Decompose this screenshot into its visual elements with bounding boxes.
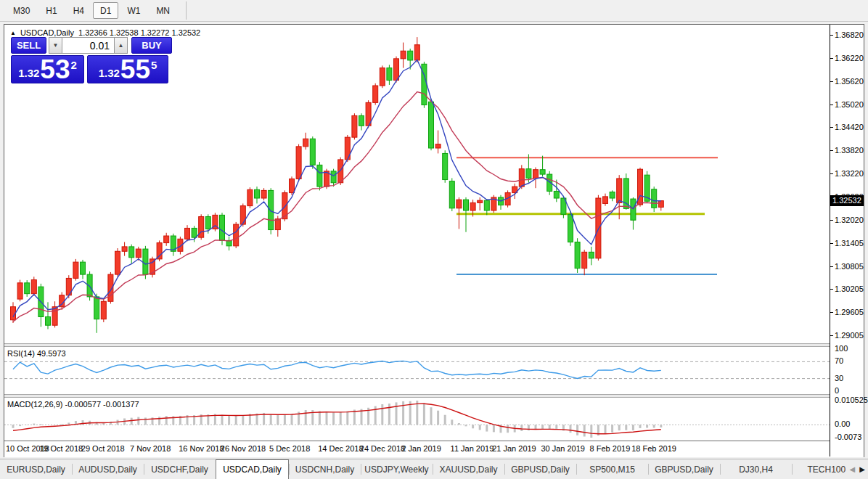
symbol-tab-xauusd-daily[interactable]: XAUUSD,Daily (433, 459, 504, 479)
volume-input[interactable]: 0.01 (62, 37, 114, 54)
date-label: 8 Feb 2019 (590, 444, 631, 453)
candle-body (122, 247, 127, 251)
candle-body (380, 68, 385, 86)
sell-price-small: 1.32 (18, 67, 39, 79)
date-label: 19 Oct 2018 (39, 444, 83, 453)
candle-body (290, 179, 295, 192)
date-label: 21 Jan 2019 (492, 444, 536, 453)
axis-tick (830, 127, 833, 128)
rsi-axis-label: 70 (835, 356, 843, 365)
symbol-tab-usdcnh-daily[interactable]: USDCNH,Daily (289, 459, 361, 479)
chart-title: ▲USDCAD,Daily 1.32366 1.32538 1.32272 1.… (10, 28, 200, 37)
tab-scroll-buttons: ◀ ▶ (846, 459, 865, 479)
axis-tick (830, 173, 833, 174)
timeframe-button-w1[interactable]: W1 (120, 2, 147, 19)
axis-tick (830, 243, 833, 244)
candle-body (394, 59, 399, 81)
candle-body (296, 147, 301, 179)
symbol-tab-usdcad-daily[interactable]: USDCAD,Daily (216, 459, 289, 479)
buy-price-quote[interactable]: 1.32 55 5 (87, 55, 168, 83)
candle-body (269, 190, 274, 229)
timeframe-button-mn[interactable]: MN (149, 2, 177, 19)
candle-body (533, 170, 539, 179)
timeframe-button-h4[interactable]: H4 (66, 2, 91, 19)
symbol-tab-sp500-m15[interactable]: SP500,M15 (576, 459, 648, 479)
candle-body (470, 202, 475, 210)
price-axis-label: 1.36820 (835, 30, 864, 39)
candle-body (101, 301, 106, 319)
volume-up-button[interactable]: ▲ (114, 37, 128, 54)
price-axis-label: 1.29005 (835, 331, 864, 340)
rsi-chart-canvas[interactable] (4, 347, 830, 394)
current-price-tag: 1.32532 (830, 195, 864, 206)
candle-body (94, 297, 99, 319)
candle-body (408, 51, 413, 60)
axis-tick (830, 81, 833, 82)
candle-body (658, 201, 663, 208)
collapse-triangle-icon[interactable]: ▲ (10, 30, 16, 36)
candle-body (554, 191, 559, 198)
candle-body (143, 249, 148, 274)
time-axis[interactable]: 10 Oct 201819 Oct 201829 Oct 20187 Nov 2… (4, 441, 864, 457)
candle-body (331, 171, 336, 183)
candle-body (359, 115, 364, 126)
candle-body (185, 228, 190, 239)
candle-body (17, 283, 22, 299)
candle-body (652, 189, 657, 208)
timeframe-button-m30[interactable]: M30 (6, 2, 37, 19)
date-label: 7 Nov 2018 (130, 444, 171, 453)
axis-tick (830, 58, 833, 59)
symbol-tab-gbpusd-daily[interactable]: GBPUSD,Daily (504, 459, 576, 479)
price-axis-label: 1.33220 (835, 169, 864, 178)
candle-body (617, 179, 622, 202)
tab-scroll-left-icon[interactable]: ◀ (850, 465, 856, 473)
timeframe-button-h1[interactable]: H1 (38, 2, 64, 19)
candle-body (46, 317, 51, 326)
candle-body (540, 170, 545, 174)
symbol-tab-audusd-daily[interactable]: AUDUSD,Daily (72, 459, 144, 479)
candle-body (484, 200, 489, 210)
axis-tick (830, 35, 833, 36)
candle-body (31, 280, 36, 294)
candle-body (220, 215, 225, 240)
candle-body (205, 216, 210, 229)
sell-button[interactable]: SELL (11, 37, 46, 54)
axis-tick (830, 150, 833, 151)
symbol-tab-usdchf-daily[interactable]: USDCHF,Daily (144, 459, 216, 479)
buy-button[interactable]: BUY (131, 37, 172, 54)
price-axis-label: 1.35620 (835, 77, 864, 86)
buy-price-sup: 5 (151, 57, 157, 71)
candle-body (519, 169, 524, 187)
candle-body (478, 200, 483, 202)
volume-down-button[interactable]: ▼ (49, 37, 62, 54)
sell-price-quote[interactable]: 1.32 53 2 (11, 55, 84, 83)
candle-body (373, 86, 378, 102)
axis-tick (830, 312, 833, 313)
candle-body (303, 139, 308, 147)
price-axis-label: 1.30805 (835, 262, 864, 271)
candle-body (414, 45, 419, 60)
date-label: 2 Jan 2019 (401, 444, 441, 453)
tab-scroll-right-icon[interactable]: ▶ (859, 465, 865, 473)
one-click-trade-panel: SELL ▼ 0.01 ▲ BUY 1.32 53 2 1.32 55 5 (11, 37, 173, 83)
price-axis[interactable]: 1.368201.362201.356201.350201.344201.338… (830, 25, 864, 457)
date-label: 18 Feb 2019 (631, 444, 676, 453)
candle-body (352, 115, 357, 137)
volume-stepper: ▼ 0.01 ▲ (49, 37, 128, 54)
chart-symbol-label: USDCAD,Daily (20, 28, 74, 37)
symbol-tab-gbpusd-daily[interactable]: GBPUSD,Daily (648, 459, 720, 479)
buy-price-small: 1.32 (99, 67, 120, 79)
date-label: 29 Oct 2018 (81, 444, 125, 453)
symbol-tab-usdjpy-weekly[interactable]: USDJPY,Weekly (361, 459, 433, 479)
symbol-tab-dj30-h4[interactable]: DJ30,H4 (720, 459, 792, 479)
price-axis-label: 1.33820 (835, 146, 864, 155)
price-axis-label: 1.36220 (835, 54, 864, 62)
candle-body (247, 189, 253, 205)
candle-body (443, 153, 448, 179)
sell-price-big: 53 (40, 57, 70, 81)
axis-tick (830, 220, 833, 221)
symbol-tab-eurusd-daily[interactable]: EURUSD,Daily (0, 459, 72, 479)
candle-body (136, 249, 141, 258)
candle-body (456, 200, 462, 208)
timeframe-button-d1[interactable]: D1 (93, 2, 118, 19)
